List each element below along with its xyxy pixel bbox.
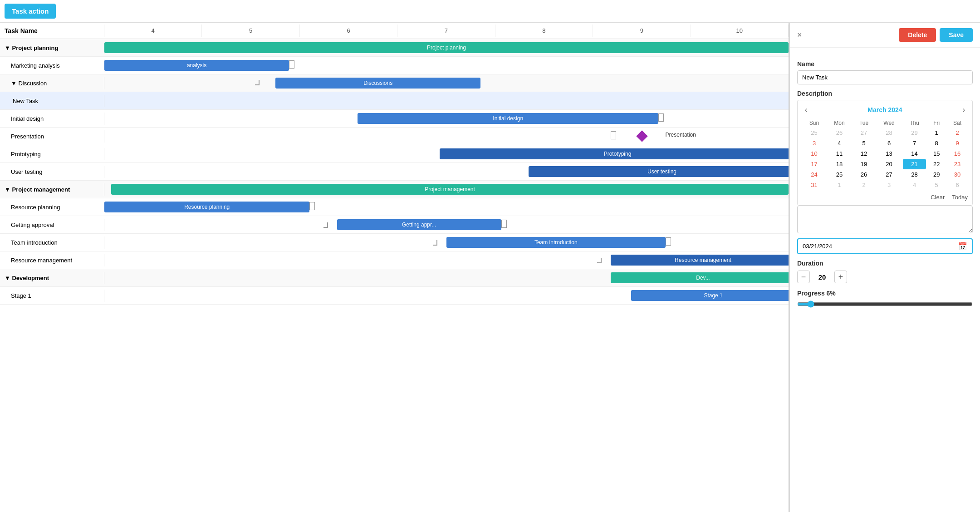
calendar-day[interactable]: 10 — [802, 148, 826, 159]
calendar: ‹ March 2024 › Sun Mon Tue Wed Thu Fri S — [797, 100, 973, 206]
timeline-new-task — [104, 92, 789, 109]
calendar-day[interactable]: 25 — [826, 169, 853, 180]
bar-project-planning: Project planning — [104, 42, 789, 53]
calendar-clear-button[interactable]: Clear — [931, 194, 945, 201]
collapse-icon-dev[interactable]: ▼ — [5, 275, 12, 281]
timeline-user-testing: User testing — [104, 163, 789, 180]
connector-marketing — [289, 60, 294, 69]
calendar-day[interactable]: 5 — [926, 180, 947, 190]
calendar-day[interactable]: 6 — [947, 180, 968, 190]
calendar-day[interactable]: 17 — [802, 159, 826, 169]
calendar-day[interactable]: 7 — [903, 138, 926, 148]
collapse-icon-discussion[interactable]: ▼ — [11, 80, 18, 87]
calendar-day[interactable]: 26 — [853, 169, 875, 180]
calendar-day[interactable]: 11 — [826, 148, 853, 159]
calendar-day[interactable]: 3 — [875, 180, 903, 190]
timeline-prototyping: Prototyping — [104, 145, 789, 162]
calendar-day[interactable]: 31 — [802, 180, 826, 190]
timeline-resource-planning: Resource planning — [104, 198, 789, 216]
bar-marketing-analysis: analysis — [104, 60, 289, 71]
calendar-day[interactable]: 28 — [875, 128, 903, 138]
calendar-day[interactable]: 6 — [875, 138, 903, 148]
arrow-resource-mgmt — [597, 258, 602, 263]
description-input[interactable] — [797, 206, 973, 233]
calendar-day[interactable]: 27 — [875, 169, 903, 180]
collapse-icon-pm[interactable]: ▼ — [5, 186, 12, 193]
calendar-day[interactable]: 1 — [926, 128, 947, 138]
calendar-header: ‹ March 2024 › — [802, 105, 968, 115]
calendar-icon[interactable]: 📅 — [958, 242, 967, 251]
calendar-day[interactable]: 24 — [802, 169, 826, 180]
calendar-day[interactable]: 12 — [853, 148, 875, 159]
calendar-day[interactable]: 29 — [903, 128, 926, 138]
calendar-day[interactable]: 18 — [826, 159, 853, 169]
bar-stage1: Stage 1 — [631, 290, 789, 301]
bar-user-testing: User testing — [529, 166, 789, 177]
date-input[interactable] — [803, 243, 958, 250]
description-field-label: Description — [797, 90, 973, 97]
save-button[interactable]: Save — [940, 28, 973, 42]
calendar-day[interactable]: 16 — [947, 148, 968, 159]
name-input[interactable] — [797, 70, 973, 84]
calendar-day[interactable]: 5 — [853, 138, 875, 148]
timeline-discussion: Discussions — [104, 74, 789, 92]
calendar-day[interactable]: 13 — [875, 148, 903, 159]
task-label-new-task: New Task — [0, 95, 104, 107]
delete-button[interactable]: Delete — [899, 28, 936, 42]
name-field-label: Name — [797, 60, 973, 68]
gantt-row-user-testing: User testing User testing — [0, 163, 789, 181]
panel-close-button[interactable]: × — [797, 30, 802, 40]
progress-slider[interactable] — [797, 300, 973, 308]
calendar-day[interactable]: 22 — [926, 159, 947, 169]
cal-header-wed: Wed — [875, 118, 903, 128]
gantt-row-discussion: ▼ Discussion Discussions — [0, 74, 789, 92]
gantt-row-initial-design: Initial design Initial design — [0, 110, 789, 128]
task-label-stage1: Stage 1 — [0, 290, 104, 302]
connector-resource-planning — [309, 202, 315, 210]
duration-value: 20 — [815, 273, 829, 281]
calendar-day[interactable]: 25 — [802, 128, 826, 138]
calendar-day[interactable]: 20 — [875, 159, 903, 169]
calendar-day[interactable]: 4 — [826, 138, 853, 148]
calendar-prev-button[interactable]: ‹ — [802, 105, 810, 115]
calendar-day[interactable]: 8 — [926, 138, 947, 148]
gantt-row-stage1: Stage 1 Stage 1 — [0, 287, 789, 305]
calendar-day[interactable]: 28 — [903, 169, 926, 180]
calendar-day[interactable]: 4 — [903, 180, 926, 190]
bar-team-introduction: Team introduction — [446, 237, 666, 248]
calendar-day[interactable]: 15 — [926, 148, 947, 159]
connector-presentation — [611, 131, 616, 139]
calendar-day[interactable]: 26 — [826, 128, 853, 138]
duration-increase-button[interactable]: + — [834, 271, 847, 283]
calendar-today-button[interactable]: Today — [952, 194, 968, 201]
calendar-day[interactable]: 14 — [903, 148, 926, 159]
calendar-day[interactable]: 30 — [947, 169, 968, 180]
timeline-col-8: 8 — [495, 25, 593, 37]
gantt-header: Task Name 4 5 6 7 8 9 10 — [0, 23, 789, 39]
calendar-day[interactable]: 2 — [947, 128, 968, 138]
calendar-day[interactable]: 9 — [947, 138, 968, 148]
gantt-row-project-planning: ▼ Project planning Project planning — [0, 39, 789, 57]
task-label-marketing-analysis: Marketing analysis — [0, 59, 104, 72]
calendar-footer: Clear Today — [802, 194, 968, 201]
timeline-header: 4 5 6 7 8 9 10 — [104, 25, 789, 37]
cal-header-fri: Fri — [926, 118, 947, 128]
calendar-day[interactable]: 3 — [802, 138, 826, 148]
calendar-day[interactable]: 29 — [926, 169, 947, 180]
calendar-day[interactable]: 19 — [853, 159, 875, 169]
calendar-next-button[interactable]: › — [960, 105, 968, 115]
task-action-button[interactable]: Task action — [5, 4, 56, 19]
timeline-marketing-analysis: analysis — [104, 57, 789, 74]
bar-getting-approval: Getting appr... — [337, 219, 501, 230]
cal-header-mon: Mon — [826, 118, 853, 128]
calendar-day[interactable]: 2 — [853, 180, 875, 190]
collapse-icon[interactable]: ▼ — [5, 44, 12, 51]
calendar-day[interactable]: 1 — [826, 180, 853, 190]
calendar-day[interactable]: 27 — [853, 128, 875, 138]
timeline-col-6: 6 — [300, 25, 397, 37]
calendar-day[interactable]: 21 — [903, 159, 926, 169]
gantt-row-resource-management: Resource management Resource management — [0, 251, 789, 269]
calendar-day[interactable]: 23 — [947, 159, 968, 169]
timeline-initial-design: Initial design — [104, 110, 789, 127]
duration-decrease-button[interactable]: − — [797, 271, 810, 283]
